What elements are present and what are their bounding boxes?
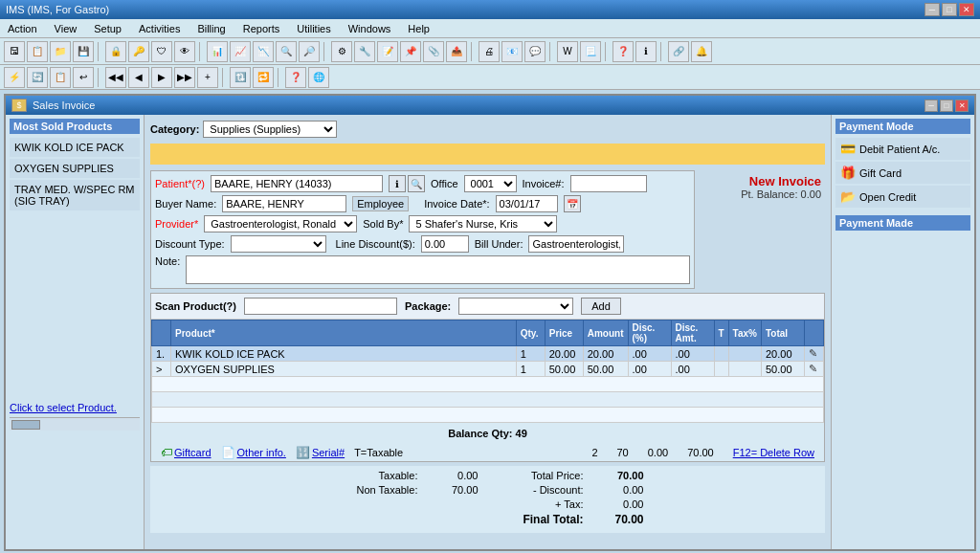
serial-label[interactable]: Serial# (312, 447, 345, 458)
toolbar2-btn-7[interactable]: ▶ (151, 67, 172, 88)
row1-edit[interactable]: ✎ (805, 346, 824, 362)
toolbar-btn-4[interactable]: 💾 (73, 41, 94, 62)
toolbar-btn-10[interactable]: 📈 (230, 41, 251, 62)
sidebar-item-kwik[interactable]: KWIK KOLD ICE PACK (10, 138, 140, 157)
other-info-link[interactable]: 📄 Other info. (221, 446, 286, 459)
toolbar2-btn-2[interactable]: 🔄 (27, 67, 48, 88)
debit-patient-button[interactable]: 💳 Debit Patient A/c. (835, 138, 970, 160)
buyer-name-input[interactable] (222, 195, 346, 212)
sidebar-item-oxygen[interactable]: OXYGEN SUPPLIES (10, 159, 140, 178)
gift-card-button[interactable]: 🎁 Gift Card (835, 162, 970, 184)
bill-under-input[interactable] (528, 235, 624, 253)
giftcard-label[interactable]: Giftcard (174, 447, 212, 458)
menu-activities[interactable]: Activities (135, 21, 184, 36)
toolbar2-btn-9[interactable]: + (197, 67, 218, 88)
menu-billing[interactable]: Billing (193, 21, 229, 36)
table-row[interactable]: > OXYGEN SUPPLIES 1 50.00 50.00 .00 .00 … (152, 362, 824, 377)
toolbar-btn-8[interactable]: 👁 (174, 41, 195, 62)
toolbar2-btn-12[interactable]: ❓ (285, 67, 306, 88)
toolbar-btn-5[interactable]: 🔒 (105, 41, 126, 62)
window-controls[interactable]: ─ □ ✕ (924, 3, 974, 16)
package-select[interactable] (458, 298, 573, 315)
toolbar2-btn-11[interactable]: 🔁 (253, 67, 274, 88)
sidebar-item-tray[interactable]: TRAY MED. W/SPEC RM (SIG TRAY) (10, 180, 140, 210)
toolbar-btn-12[interactable]: 🔍 (276, 41, 297, 62)
category-select[interactable]: Supplies (Supplies) (203, 121, 337, 138)
toolbar-btn-25[interactable]: ❓ (612, 41, 634, 62)
scroll-thumb[interactable] (11, 420, 40, 430)
toolbar-btn-28[interactable]: 🔔 (691, 41, 712, 62)
giftcard-link[interactable]: 🏷 Giftcard (161, 446, 212, 459)
open-credit-label: Open Credit (859, 191, 916, 203)
patient-search-icon[interactable]: 🔍 (408, 175, 425, 192)
toolbar-btn-16[interactable]: 📝 (377, 41, 398, 62)
office-select[interactable]: 0001 (464, 175, 517, 192)
sidebar-scrollbar[interactable] (10, 417, 140, 431)
invoice-no-input[interactable] (570, 175, 647, 192)
toolbar-btn-11[interactable]: 📉 (253, 41, 274, 62)
toolbar-btn-14[interactable]: ⚙ (331, 41, 352, 62)
sidebar-footer-link[interactable]: Click to select Product. (10, 402, 140, 413)
patient-input[interactable] (211, 175, 383, 192)
open-credit-button[interactable]: 📂 Open Credit (835, 186, 970, 208)
delete-row-link[interactable]: F12= Delete Row (733, 447, 814, 458)
menu-windows[interactable]: Windows (345, 21, 395, 36)
toolbar-btn-15[interactable]: 🔧 (354, 41, 375, 62)
toolbar-btn-22[interactable]: 💬 (524, 41, 546, 62)
menu-help[interactable]: Help (404, 21, 434, 36)
provider-select[interactable]: Gastroenterologist, Ronald (204, 215, 357, 232)
toolbar-btn-17[interactable]: 📌 (400, 41, 421, 62)
add-button[interactable]: Add (581, 298, 621, 315)
toolbar-btn-9[interactable]: 📊 (207, 41, 228, 62)
toolbar2-btn-5[interactable]: ◀◀ (105, 67, 126, 88)
scan-input[interactable] (244, 298, 397, 315)
line-discount-input[interactable] (421, 235, 469, 253)
toolbar-btn-26[interactable]: ℹ (635, 41, 657, 62)
toolbar2-btn-8[interactable]: ▶▶ (174, 67, 195, 88)
menu-view[interactable]: View (51, 21, 81, 36)
toolbar2-btn-3[interactable]: 📋 (50, 67, 71, 88)
table-row[interactable]: 1. KWIK KOLD ICE PACK 1 20.00 20.00 .00 … (152, 346, 824, 362)
invoice-date-input[interactable] (496, 195, 558, 212)
toolbar-btn-13[interactable]: 🔎 (299, 41, 320, 62)
toolbar2-btn-4[interactable]: ↩ (73, 67, 94, 88)
toolbar-btn-19[interactable]: 📤 (446, 41, 467, 62)
menu-setup[interactable]: Setup (90, 21, 125, 36)
menu-action[interactable]: Action (4, 21, 41, 36)
serial-link[interactable]: 🔢 Serial# (296, 446, 345, 459)
win-close[interactable]: ✕ (955, 100, 969, 112)
menu-utilities[interactable]: Utilities (293, 21, 334, 36)
win-minimize[interactable]: ─ (924, 100, 938, 112)
toolbar-btn-3[interactable]: 📁 (50, 41, 71, 62)
sold-by-select[interactable]: 5 Shafer's Nurse, Kris (409, 215, 557, 232)
calendar-icon[interactable]: 📅 (564, 195, 581, 212)
toolbar-btn-27[interactable]: 🔗 (668, 41, 689, 62)
other-info-label[interactable]: Other info. (237, 447, 286, 458)
note-textarea[interactable] (186, 255, 690, 284)
toolbar-btn-20[interactable]: 🖨 (479, 41, 500, 62)
menu-reports[interactable]: Reports (239, 21, 284, 36)
category-row: Category: Supplies (Supplies) (150, 121, 825, 138)
window-controls-inner[interactable]: ─ □ ✕ (924, 100, 969, 112)
toolbar-btn-18[interactable]: 📎 (423, 41, 444, 62)
toolbar-btn-1[interactable]: 🖫 (4, 41, 25, 62)
toolbar2-btn-13[interactable]: 🌐 (308, 67, 329, 88)
win-restore[interactable]: □ (940, 100, 953, 112)
toolbar-btn-7[interactable]: 🛡 (151, 41, 172, 62)
restore-button[interactable]: □ (942, 3, 957, 16)
toolbar-btn-6[interactable]: 🔑 (128, 41, 149, 62)
discount-type-select[interactable] (231, 235, 326, 253)
patient-info-icon[interactable]: ℹ (389, 175, 406, 192)
toolbar2-btn-1[interactable]: ⚡ (4, 67, 25, 88)
sep-1 (98, 42, 101, 61)
toolbar2-btn-10[interactable]: 🔃 (230, 67, 251, 88)
toolbar-btn-21[interactable]: 📧 (501, 41, 523, 62)
debit-label: Debit Patient A/c. (859, 144, 940, 155)
row2-edit[interactable]: ✎ (805, 362, 824, 377)
toolbar2-btn-6[interactable]: ◀ (128, 67, 149, 88)
close-app-button[interactable]: ✕ (959, 3, 974, 16)
minimize-button[interactable]: ─ (924, 3, 940, 16)
toolbar-btn-24[interactable]: 📃 (580, 41, 601, 62)
toolbar-btn-23[interactable]: W (557, 41, 578, 62)
toolbar-btn-2[interactable]: 📋 (27, 41, 48, 62)
